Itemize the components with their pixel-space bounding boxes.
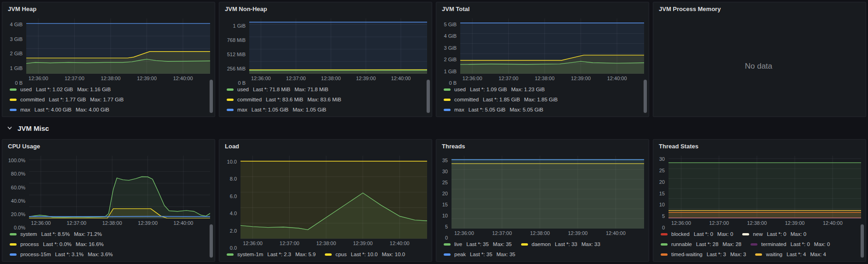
y-axis-tick-label: 3 GiB	[444, 45, 457, 51]
legend-series-label[interactable]: max	[20, 107, 30, 112]
x-axis-tick-label: 12:38:00	[530, 230, 550, 236]
legend-stat-max: Max: 0	[717, 231, 733, 237]
x-axis-tick-label: 12:38:00	[321, 76, 341, 81]
time-series-chart[interactable]	[29, 156, 210, 218]
x-axis: 12:36:0012:37:0012:38:0012:39:0012:40:00	[240, 241, 427, 248]
legend-color-swatch	[10, 253, 17, 256]
legend-series-label[interactable]: committed	[20, 97, 45, 102]
x-axis-tick-label: 12:40:00	[606, 230, 626, 236]
legend-stat-max: Max: 1.85 GiB	[524, 97, 558, 102]
legend-series-label[interactable]: system-1m	[237, 252, 263, 257]
legend-series-label[interactable]: live	[454, 241, 462, 247]
legend-stat-last: Last *: 1.85 GiB	[483, 97, 520, 102]
legend-series-label[interactable]: max	[237, 107, 247, 112]
legend-color-swatch	[10, 88, 17, 91]
legend-stat-max: Max: 28	[722, 241, 741, 247]
scrollbar-thumb[interactable]	[210, 80, 213, 113]
panel-title[interactable]: JVM Total	[436, 2, 649, 16]
legend-color-swatch	[10, 233, 17, 235]
time-series-chart[interactable]	[26, 18, 210, 74]
legend-series-label[interactable]: system	[20, 231, 37, 237]
legend-item-runnable: runnableLast *: 28Max: 28	[661, 241, 741, 247]
legend-item-daemon: daemonLast *: 33Max: 33	[521, 241, 600, 247]
legend-series-label[interactable]: new	[753, 231, 762, 237]
time-series-chart[interactable]	[452, 156, 644, 229]
panel-jvm-heap: JVM Heap4 GiB3 GiB2 GiB1 GiB0 B12:36:001…	[2, 2, 215, 117]
x-axis: 12:36:0012:37:0012:38:0012:39:0012:40:00	[452, 230, 644, 238]
legend-color-swatch	[444, 109, 451, 111]
panel-title[interactable]: JVM Non-Heap	[219, 2, 432, 16]
legend-series-label[interactable]: terminated	[761, 241, 786, 247]
legend-series-label[interactable]: blocked	[671, 231, 690, 237]
legend-row: usedLast *: 1.02 GiBMax: 1.16 GiB	[10, 85, 204, 94]
legend-color-swatch	[444, 99, 451, 101]
scrollbar-thumb[interactable]	[210, 224, 213, 258]
panel-title[interactable]: CPU Usage	[2, 140, 215, 153]
y-axis-tick-label: 8.0	[230, 176, 237, 182]
y-axis: 1 GiB768 MiB512 MiB256 MiB0 B	[222, 18, 249, 83]
y-axis: 302520151050	[656, 156, 669, 228]
time-series-chart[interactable]	[669, 156, 861, 218]
legend-stat-last: Last *: 3	[707, 252, 726, 257]
section-jvm-misc[interactable]: JVM Misc	[2, 120, 866, 136]
x-axis-tick-label: 12:40:00	[173, 76, 193, 81]
legend-stat-last: Last *: 83.6 MiB	[266, 97, 303, 102]
legend-series-label[interactable]: max	[454, 107, 464, 112]
legend-item-terminated: terminatedLast *: 0Max: 0	[751, 241, 830, 247]
panel-title[interactable]: Load	[219, 140, 432, 153]
legend-stat-max: Max: 4.00 GiB	[76, 107, 109, 112]
legend-series-label[interactable]: committed	[237, 97, 262, 102]
x-axis-tick-label: 12:40:00	[391, 76, 411, 81]
panel-title[interactable]: JVM Process Memory	[653, 2, 866, 16]
panel-threads: Threads3530252015105012:36:0012:37:0012:…	[436, 139, 649, 262]
panel-title[interactable]: JVM Heap	[2, 2, 215, 16]
legend-series-label[interactable]: peak	[454, 252, 466, 257]
legend-stat-max: Max: 71.8 MiB	[294, 87, 328, 92]
legend-series-label[interactable]: daemon	[532, 241, 551, 247]
legend-series-label[interactable]: committed	[454, 97, 479, 102]
legend-series-label[interactable]: cpus	[335, 252, 346, 257]
legend-row: runnableLast *: 28Max: 28terminatedLast …	[661, 240, 855, 248]
legend-series-label[interactable]: used	[237, 87, 249, 92]
scrollbar-thumb[interactable]	[427, 80, 430, 113]
y-axis: 5 GiB4 GiB3 GiB2 GiB1 GiB0 B	[439, 18, 460, 83]
legend-item-max: maxLast *: 5.05 GiBMax: 5.05 GiB	[444, 107, 543, 112]
legend-row: processLast *: 0.0%Max: 16.6%	[10, 240, 204, 248]
scrollbar-thumb[interactable]	[861, 224, 864, 258]
x-axis-tick-label: 12:39:00	[353, 241, 373, 246]
time-series-chart[interactable]	[249, 18, 427, 74]
scrollbar-thumb[interactable]	[644, 80, 647, 113]
legend-stat-max: Max: 1.77 GiB	[90, 97, 124, 102]
legend-series-label[interactable]: process	[20, 241, 39, 247]
x-axis-tick-label: 12:40:00	[607, 76, 627, 81]
x-axis-tick-label: 12:36:00	[463, 76, 482, 81]
legend-stat-max: Max: 0	[791, 231, 807, 237]
y-axis-tick-label: 0.0%	[14, 225, 25, 230]
time-series-chart[interactable]	[460, 18, 644, 74]
panel-thread-states: Thread States30252015105012:36:0012:37:0…	[653, 139, 866, 262]
legend: usedLast *: 1.09 GiBMax: 1.23 GiBcommitt…	[439, 83, 644, 114]
legend-scrollbar	[643, 79, 647, 113]
legend-series-label[interactable]: runnable	[671, 241, 692, 247]
legend-row: blockedLast *: 0Max: 0newLast *: 0Max: 0	[661, 230, 855, 238]
legend-series-label[interactable]: used	[454, 87, 466, 92]
panel-title[interactable]: Threads	[436, 140, 649, 153]
y-axis-tick-label: 1 GiB	[233, 23, 246, 29]
legend-stat-last: Last *: 33	[555, 241, 577, 247]
legend-series-label[interactable]: timed-waiting	[671, 252, 703, 257]
legend-series-label[interactable]: used	[20, 87, 32, 92]
y-axis-tick-label: 0 B	[449, 80, 457, 86]
x-axis-tick-label: 12:36:00	[243, 241, 263, 246]
y-axis-tick-label: 80.0%	[11, 171, 25, 176]
legend-series-label[interactable]: waiting	[766, 252, 782, 257]
time-series-chart[interactable]	[240, 156, 427, 239]
legend-row: usedLast *: 71.8 MiBMax: 71.8 MiB	[227, 85, 421, 94]
legend-row: peakLast *: 35Max: 35	[444, 250, 638, 258]
legend-color-swatch	[661, 233, 668, 235]
legend-color-swatch	[444, 243, 451, 246]
y-axis-tick-label: 256 MiB	[227, 66, 246, 71]
legend-series-label[interactable]: process-15m	[20, 252, 51, 257]
panel-title[interactable]: Thread States	[653, 140, 866, 153]
legend: system-1mLast *: 2.3Max: 5.9cpusLast *: …	[222, 248, 427, 259]
y-axis: 10.08.06.04.02.00.0	[222, 156, 240, 248]
